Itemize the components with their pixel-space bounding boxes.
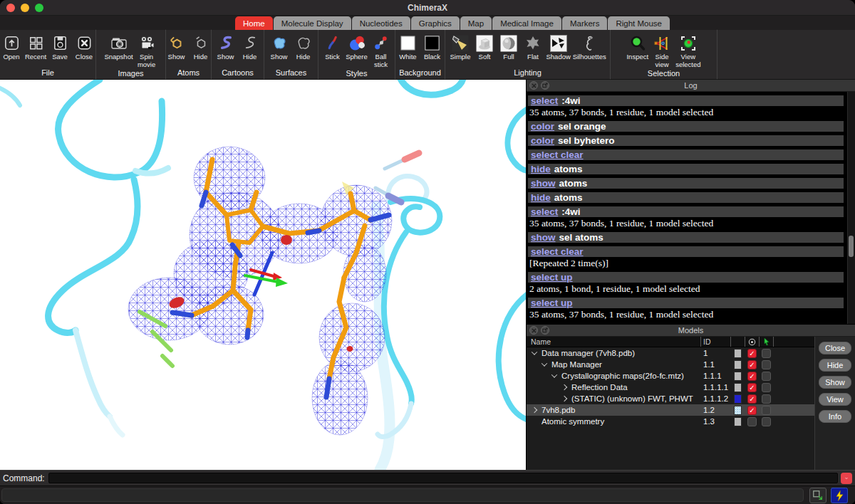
models-info-button[interactable]: Info — [819, 410, 851, 423]
model-row-reflection-data[interactable]: Reflection Data 1.1.1.1 ✓ — [527, 382, 814, 393]
log-body[interactable]: select:4wi 35 atoms, 37 bonds, 1 residue… — [527, 92, 855, 324]
snapshot-button[interactable]: Snapshot — [104, 33, 133, 61]
model-row-crystallographic-maps[interactable]: Crystallographic maps(2fo-fc.mtz) 1.1.1 … — [527, 370, 814, 382]
log-entry[interactable]: hideatoms — [528, 164, 844, 174]
log-entry[interactable]: select:4wi — [528, 95, 844, 106]
log-scrollbar-thumb[interactable] — [849, 236, 854, 257]
close-window-button[interactable] — [6, 4, 15, 12]
close-model-button[interactable]: Close — [73, 33, 95, 61]
tab-markers[interactable]: Markers — [562, 16, 608, 30]
collapse-chevron-icon[interactable] — [532, 407, 537, 413]
lighting-full-button[interactable]: Full — [498, 33, 519, 61]
command-input[interactable] — [48, 473, 838, 483]
models-undock-button[interactable] — [541, 326, 549, 335]
surfaces-show-button[interactable]: Show — [269, 33, 290, 61]
log-entry[interactable]: colorsel orange — [528, 121, 844, 132]
zoom-window-button[interactable] — [35, 4, 43, 12]
shown-checkbox[interactable]: ✓ — [747, 349, 757, 358]
model-row-static-map[interactable]: (STATIC) (unknown) FWT, PHWT 1.1.1.2 ✓ — [527, 393, 814, 404]
background-white-button[interactable]: White — [398, 33, 419, 61]
log-close-button[interactable] — [529, 81, 538, 90]
collapse-chevron-icon[interactable] — [561, 396, 567, 401]
tab-map[interactable]: Map — [460, 16, 492, 30]
log-entry[interactable]: showsel atoms — [528, 232, 844, 243]
select-checkbox[interactable] — [762, 406, 771, 415]
select-checkbox[interactable] — [762, 383, 771, 392]
tab-medical-image[interactable]: Medical Image — [492, 16, 561, 30]
tab-molecule-display[interactable]: Molecule Display — [274, 16, 351, 30]
models-hide-button[interactable]: Hide — [819, 359, 851, 372]
background-black-button[interactable]: Black — [422, 33, 443, 61]
shown-checkbox[interactable] — [747, 417, 757, 426]
shown-checkbox[interactable]: ✓ — [747, 372, 757, 381]
log-entry[interactable]: select up — [528, 272, 844, 283]
tab-nucleotides[interactable]: Nucleotides — [352, 16, 410, 30]
rapid-access-button[interactable] — [831, 488, 848, 503]
log-scrollbar[interactable] — [847, 92, 855, 324]
models-close-model-button[interactable]: Close — [819, 342, 851, 355]
model-color-swatch[interactable] — [734, 360, 742, 369]
model-color-swatch[interactable] — [734, 383, 742, 392]
lighting-flat-button[interactable]: Flat — [522, 33, 544, 61]
sphere-style-button[interactable]: Sphere — [346, 33, 368, 61]
lighting-soft-button[interactable]: Soft — [474, 33, 495, 61]
shown-checkbox[interactable]: ✓ — [747, 394, 757, 404]
tab-graphics[interactable]: Graphics — [411, 16, 460, 30]
tab-right-mouse[interactable]: Right Mouse — [608, 16, 670, 30]
inspect-button[interactable]: Inspect — [626, 33, 648, 61]
shown-checkbox[interactable]: ✓ — [747, 360, 757, 369]
model-row-data-manager[interactable]: Data manager (7vh8.pdb) 1 ✓ — [527, 347, 814, 359]
model-row-atomic-symmetry[interactable]: Atomic symmetry 1.3 — [527, 416, 814, 427]
spin-movie-button[interactable]: Spin movie — [136, 33, 157, 68]
select-checkbox[interactable] — [762, 394, 771, 404]
log-entry[interactable]: hideatoms — [528, 192, 844, 203]
recent-button[interactable]: Recent — [25, 33, 46, 61]
model-color-swatch[interactable] — [734, 349, 742, 358]
atoms-show-button[interactable]: Show — [166, 33, 187, 61]
open-button[interactable]: Open — [1, 33, 22, 61]
expand-chevron-icon[interactable] — [551, 372, 557, 377]
command-history-dropdown-button[interactable] — [841, 473, 852, 484]
cartoons-hide-button[interactable]: Hide — [239, 33, 261, 61]
resize-graphics-button[interactable] — [809, 488, 826, 503]
log-entry[interactable]: select up — [528, 298, 844, 308]
lighting-simple-button[interactable]: Simple — [450, 33, 471, 61]
select-checkbox[interactable] — [762, 349, 771, 358]
ball-stick-style-button[interactable]: Ball stick — [370, 33, 392, 68]
expand-chevron-icon[interactable] — [542, 360, 547, 366]
log-entry[interactable]: select clear — [528, 149, 844, 160]
minimize-window-button[interactable] — [21, 4, 29, 12]
select-checkbox[interactable] — [762, 360, 771, 369]
collapse-chevron-icon[interactable] — [561, 384, 567, 390]
model-color-swatch[interactable] — [734, 406, 742, 415]
model-color-swatch[interactable] — [734, 394, 742, 404]
log-undock-button[interactable] — [541, 81, 549, 90]
shown-checkbox[interactable]: ✓ — [747, 383, 757, 392]
models-show-button[interactable]: Show — [819, 376, 851, 389]
lighting-shadow-button[interactable]: Shadow — [546, 33, 570, 61]
expand-chevron-icon[interactable] — [532, 349, 537, 355]
log-entry[interactable]: colorsel byhetero — [528, 135, 844, 146]
cartoons-show-button[interactable]: Show — [215, 33, 237, 61]
surfaces-hide-button[interactable]: Hide — [293, 33, 314, 61]
select-checkbox[interactable] — [762, 417, 771, 426]
model-row-7vh8-pdb[interactable]: 7vh8.pdb 1.2 ✓ — [527, 404, 814, 416]
log-entry[interactable]: showatoms — [528, 178, 844, 189]
select-checkbox[interactable] — [762, 372, 771, 381]
graphics-viewport[interactable] — [0, 80, 526, 470]
models-view-button[interactable]: View — [819, 393, 851, 406]
model-color-swatch[interactable] — [734, 417, 742, 426]
side-view-button[interactable]: Side view — [651, 33, 673, 68]
model-row-map-manager[interactable]: Map Manager 1.1 ✓ — [527, 359, 814, 370]
shown-checkbox[interactable]: ✓ — [747, 406, 757, 415]
atoms-hide-button[interactable]: Hide — [190, 33, 212, 61]
view-selected-button[interactable]: View selected — [675, 33, 700, 68]
stick-style-button[interactable]: Stick — [322, 33, 343, 61]
tab-home[interactable]: Home — [235, 16, 273, 30]
save-button[interactable]: Save — [49, 33, 71, 61]
models-close-button[interactable] — [529, 326, 538, 335]
model-color-swatch[interactable] — [734, 372, 742, 381]
lighting-silhouettes-button[interactable]: Silhouettes — [573, 33, 606, 61]
log-entry[interactable]: select clear — [528, 246, 844, 257]
log-entry[interactable]: select:4wi — [528, 206, 844, 217]
